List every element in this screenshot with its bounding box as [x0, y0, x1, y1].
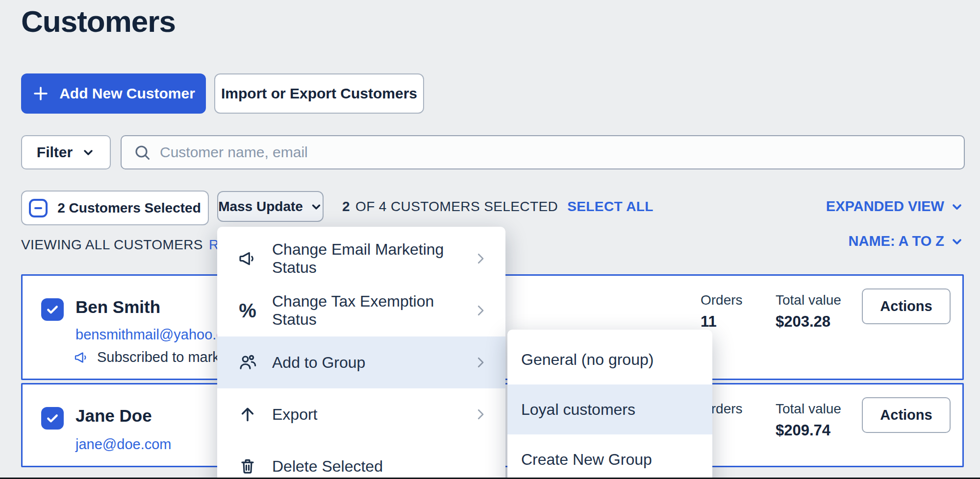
percent-icon: %	[237, 300, 258, 322]
search-icon	[133, 144, 151, 161]
menu-item-change-tax-exemption-status[interactable]: % Change Tax Exemption Status	[217, 285, 505, 336]
indeterminate-checkbox-icon	[29, 199, 48, 217]
page-title: Customers	[21, 4, 176, 39]
total-value-column-label: Total value	[776, 401, 841, 417]
row-checkbox-checked[interactable]	[41, 407, 64, 430]
viewing-label: VIEWING ALL CUSTOMERS	[21, 237, 203, 253]
menu-item-delete-selected[interactable]: Delete Selected	[217, 440, 505, 479]
sort-dropdown[interactable]: NAME: A TO Z	[849, 233, 964, 249]
selection-summary: 2 OF 4 CUSTOMERS SELECTED SELECT ALL	[342, 191, 653, 222]
customer-email-link[interactable]: jane@doe.com	[75, 436, 172, 453]
plus-icon	[32, 85, 50, 102]
add-new-customer-label: Add New Customer	[59, 85, 195, 102]
arrow-up-icon	[237, 405, 258, 424]
chevron-right-icon	[473, 407, 488, 422]
submenu-item-loyal-customers[interactable]: Loyal customers	[507, 384, 712, 434]
menu-item-label: Delete Selected	[272, 457, 488, 476]
selected-text: OF 4 CUSTOMERS SELECTED	[355, 199, 558, 215]
menu-item-label: Export	[272, 406, 459, 424]
chevron-down-icon	[950, 235, 964, 248]
menu-item-label: Change Email Marketing Status	[272, 240, 459, 277]
group-icon	[237, 353, 258, 372]
customer-name[interactable]: Jane Doe	[75, 406, 152, 426]
submenu-item-general-no-group[interactable]: General (no group)	[507, 335, 712, 384]
mass-update-button[interactable]: Mass Update	[217, 191, 324, 222]
filter-label: Filter	[37, 144, 73, 161]
chevron-right-icon	[473, 355, 488, 370]
actions-button[interactable]: Actions	[862, 288, 951, 324]
import-export-button[interactable]: Import or Export Customers	[214, 73, 424, 114]
search-input[interactable]	[160, 144, 952, 161]
expanded-view-toggle[interactable]: EXPANDED VIEW	[826, 191, 964, 222]
menu-item-add-to-group[interactable]: Add to Group	[217, 336, 505, 388]
submenu-item-label: Loyal customers	[521, 401, 635, 419]
mass-update-menu: Change Email Marketing Status % Change T…	[217, 227, 505, 479]
customer-name[interactable]: Ben Smith	[75, 297, 160, 317]
chevron-right-icon	[473, 303, 488, 318]
orders-column-label: Orders	[701, 292, 743, 308]
chevron-right-icon	[473, 251, 488, 266]
add-to-group-submenu: General (no group) Loyal customers Creat…	[507, 330, 712, 479]
orders-value: 11	[701, 313, 717, 331]
mass-update-label: Mass Update	[218, 199, 303, 215]
submenu-item-label: Create New Group	[521, 451, 652, 469]
selected-count: 2	[342, 199, 350, 215]
filter-button[interactable]: Filter	[21, 135, 111, 169]
search-bar[interactable]	[121, 135, 965, 169]
chevron-down-icon	[310, 200, 323, 213]
customers-selected-button[interactable]: 2 Customers Selected	[21, 191, 209, 225]
total-value: $203.28	[776, 313, 830, 331]
add-new-customer-button[interactable]: Add New Customer	[21, 73, 206, 114]
submenu-item-label: General (no group)	[521, 351, 653, 369]
menu-item-label: Change Tax Exemption Status	[272, 292, 459, 329]
sort-label: NAME: A TO Z	[849, 233, 944, 249]
row-checkbox-checked[interactable]	[41, 298, 64, 321]
menu-item-label: Add to Group	[272, 354, 459, 372]
submenu-item-create-new-group[interactable]: Create New Group	[507, 434, 712, 479]
menu-item-change-email-marketing-status[interactable]: Change Email Marketing Status	[217, 233, 505, 285]
chevron-down-icon	[81, 145, 95, 159]
select-all-link[interactable]: SELECT ALL	[567, 199, 653, 215]
megaphone-icon	[74, 350, 89, 365]
total-value-column-label: Total value	[776, 292, 841, 308]
menu-item-export[interactable]: Export	[217, 388, 505, 440]
trash-icon	[237, 457, 258, 476]
expanded-view-label: EXPANDED VIEW	[826, 198, 944, 215]
total-value: $209.74	[776, 422, 830, 439]
actions-button[interactable]: Actions	[862, 397, 951, 433]
customers-selected-label: 2 Customers Selected	[57, 200, 201, 216]
megaphone-icon	[237, 249, 258, 268]
chevron-down-icon	[950, 200, 964, 214]
import-export-label: Import or Export Customers	[221, 85, 417, 102]
